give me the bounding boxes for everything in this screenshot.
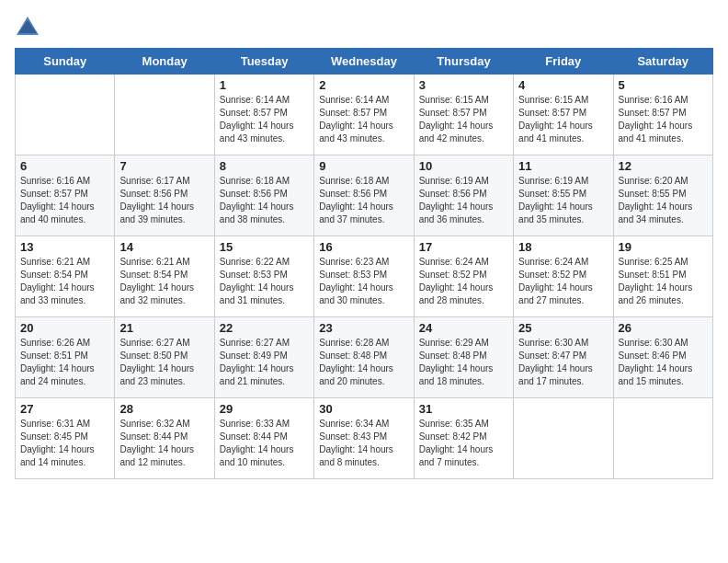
calendar-cell: 22Sunrise: 6:27 AM Sunset: 8:49 PM Dayli…: [214, 317, 313, 398]
cell-sun-info: Sunrise: 6:15 AM Sunset: 8:57 PM Dayligh…: [518, 94, 608, 145]
cell-sun-info: Sunrise: 6:20 AM Sunset: 8:55 PM Dayligh…: [619, 175, 708, 226]
cell-sun-info: Sunrise: 6:21 AM Sunset: 8:54 PM Dayligh…: [20, 256, 109, 307]
day-number: 10: [419, 159, 508, 173]
calendar-cell: 13Sunrise: 6:21 AM Sunset: 8:54 PM Dayli…: [16, 236, 115, 317]
calendar-cell: 10Sunrise: 6:19 AM Sunset: 8:56 PM Dayli…: [414, 155, 513, 236]
day-number: 31: [419, 402, 508, 416]
day-number: 5: [619, 78, 708, 92]
calendar-cell: 3Sunrise: 6:15 AM Sunset: 8:57 PM Daylig…: [414, 75, 513, 155]
calendar-cell: 9Sunrise: 6:18 AM Sunset: 8:56 PM Daylig…: [314, 155, 414, 236]
day-number: 27: [20, 402, 109, 416]
cell-sun-info: Sunrise: 6:16 AM Sunset: 8:57 PM Dayligh…: [20, 175, 109, 226]
calendar-week-row: 27Sunrise: 6:31 AM Sunset: 8:45 PM Dayli…: [16, 398, 713, 479]
day-number: 16: [319, 240, 408, 254]
cell-sun-info: Sunrise: 6:33 AM Sunset: 8:44 PM Dayligh…: [220, 418, 309, 469]
calendar-cell: 24Sunrise: 6:29 AM Sunset: 8:48 PM Dayli…: [414, 317, 513, 398]
day-number: 9: [319, 159, 408, 173]
calendar-cell: 12Sunrise: 6:20 AM Sunset: 8:55 PM Dayli…: [613, 155, 712, 236]
cell-sun-info: Sunrise: 6:27 AM Sunset: 8:49 PM Dayligh…: [220, 337, 309, 388]
calendar-cell: [16, 75, 115, 155]
day-number: 28: [119, 402, 209, 416]
cell-sun-info: Sunrise: 6:15 AM Sunset: 8:57 PM Dayligh…: [419, 94, 508, 145]
calendar-cell: 4Sunrise: 6:15 AM Sunset: 8:57 PM Daylig…: [514, 75, 613, 155]
weekday-header: Monday: [115, 49, 214, 75]
cell-sun-info: Sunrise: 6:14 AM Sunset: 8:57 PM Dayligh…: [220, 94, 309, 145]
day-number: 20: [20, 321, 109, 335]
calendar-cell: 5Sunrise: 6:16 AM Sunset: 8:57 PM Daylig…: [613, 75, 712, 155]
day-number: 8: [220, 159, 309, 173]
calendar-cell: 30Sunrise: 6:34 AM Sunset: 8:43 PM Dayli…: [314, 398, 414, 479]
cell-sun-info: Sunrise: 6:14 AM Sunset: 8:57 PM Dayligh…: [319, 94, 408, 145]
svg-marker-1: [18, 20, 37, 33]
cell-sun-info: Sunrise: 6:22 AM Sunset: 8:53 PM Dayligh…: [220, 256, 309, 307]
cell-sun-info: Sunrise: 6:29 AM Sunset: 8:48 PM Dayligh…: [419, 337, 508, 388]
cell-sun-info: Sunrise: 6:35 AM Sunset: 8:42 PM Dayligh…: [419, 418, 508, 469]
day-number: 21: [119, 321, 209, 335]
calendar-week-row: 13Sunrise: 6:21 AM Sunset: 8:54 PM Dayli…: [16, 236, 713, 317]
cell-sun-info: Sunrise: 6:23 AM Sunset: 8:53 PM Dayligh…: [319, 256, 408, 307]
weekday-header: Wednesday: [314, 49, 414, 75]
calendar-cell: 19Sunrise: 6:25 AM Sunset: 8:51 PM Dayli…: [613, 236, 712, 317]
calendar-cell: 21Sunrise: 6:27 AM Sunset: 8:50 PM Dayli…: [115, 317, 214, 398]
day-number: 18: [518, 240, 608, 254]
day-number: 1: [220, 78, 309, 92]
day-number: 14: [119, 240, 209, 254]
cell-sun-info: Sunrise: 6:17 AM Sunset: 8:56 PM Dayligh…: [119, 175, 209, 226]
calendar-cell: [115, 75, 214, 155]
day-number: 24: [419, 321, 508, 335]
cell-sun-info: Sunrise: 6:19 AM Sunset: 8:55 PM Dayligh…: [518, 175, 608, 226]
calendar-cell: 20Sunrise: 6:26 AM Sunset: 8:51 PM Dayli…: [16, 317, 115, 398]
calendar-cell: 17Sunrise: 6:24 AM Sunset: 8:52 PM Dayli…: [414, 236, 513, 317]
cell-sun-info: Sunrise: 6:32 AM Sunset: 8:44 PM Dayligh…: [119, 418, 209, 469]
cell-sun-info: Sunrise: 6:21 AM Sunset: 8:54 PM Dayligh…: [119, 256, 209, 307]
calendar-week-row: 6Sunrise: 6:16 AM Sunset: 8:57 PM Daylig…: [16, 155, 713, 236]
cell-sun-info: Sunrise: 6:24 AM Sunset: 8:52 PM Dayligh…: [419, 256, 508, 307]
calendar-cell: 18Sunrise: 6:24 AM Sunset: 8:52 PM Dayli…: [514, 236, 613, 317]
logo-icon: [15, 15, 40, 40]
calendar-cell: 31Sunrise: 6:35 AM Sunset: 8:42 PM Dayli…: [414, 398, 513, 479]
day-number: 23: [319, 321, 408, 335]
calendar-cell: 25Sunrise: 6:30 AM Sunset: 8:47 PM Dayli…: [514, 317, 613, 398]
calendar-cell: 11Sunrise: 6:19 AM Sunset: 8:55 PM Dayli…: [514, 155, 613, 236]
calendar-week-row: 20Sunrise: 6:26 AM Sunset: 8:51 PM Dayli…: [16, 317, 713, 398]
day-number: 13: [20, 240, 109, 254]
calendar-cell: 14Sunrise: 6:21 AM Sunset: 8:54 PM Dayli…: [115, 236, 214, 317]
day-number: 30: [319, 402, 408, 416]
weekday-header: Tuesday: [214, 49, 313, 75]
cell-sun-info: Sunrise: 6:31 AM Sunset: 8:45 PM Dayligh…: [20, 418, 109, 469]
cell-sun-info: Sunrise: 6:25 AM Sunset: 8:51 PM Dayligh…: [619, 256, 708, 307]
day-number: 11: [518, 159, 608, 173]
cell-sun-info: Sunrise: 6:18 AM Sunset: 8:56 PM Dayligh…: [220, 175, 309, 226]
logo: [15, 15, 44, 40]
cell-sun-info: Sunrise: 6:26 AM Sunset: 8:51 PM Dayligh…: [20, 337, 109, 388]
calendar-cell: 27Sunrise: 6:31 AM Sunset: 8:45 PM Dayli…: [16, 398, 115, 479]
calendar-cell: 1Sunrise: 6:14 AM Sunset: 8:57 PM Daylig…: [214, 75, 313, 155]
day-number: 6: [20, 159, 109, 173]
day-number: 2: [319, 78, 408, 92]
cell-sun-info: Sunrise: 6:28 AM Sunset: 8:48 PM Dayligh…: [319, 337, 408, 388]
calendar-cell: [514, 398, 613, 479]
weekday-header: Sunday: [16, 49, 115, 75]
day-number: 25: [518, 321, 608, 335]
cell-sun-info: Sunrise: 6:34 AM Sunset: 8:43 PM Dayligh…: [319, 418, 408, 469]
cell-sun-info: Sunrise: 6:24 AM Sunset: 8:52 PM Dayligh…: [518, 256, 608, 307]
day-number: 15: [220, 240, 309, 254]
calendar-cell: 26Sunrise: 6:30 AM Sunset: 8:46 PM Dayli…: [613, 317, 712, 398]
cell-sun-info: Sunrise: 6:30 AM Sunset: 8:46 PM Dayligh…: [619, 337, 708, 388]
calendar-cell: 16Sunrise: 6:23 AM Sunset: 8:53 PM Dayli…: [314, 236, 414, 317]
cell-sun-info: Sunrise: 6:19 AM Sunset: 8:56 PM Dayligh…: [419, 175, 508, 226]
calendar-table: SundayMondayTuesdayWednesdayThursdayFrid…: [15, 48, 713, 479]
weekday-header: Saturday: [613, 49, 712, 75]
day-number: 4: [518, 78, 608, 92]
calendar-cell: 7Sunrise: 6:17 AM Sunset: 8:56 PM Daylig…: [115, 155, 214, 236]
header-row: SundayMondayTuesdayWednesdayThursdayFrid…: [16, 49, 713, 75]
calendar-cell: 2Sunrise: 6:14 AM Sunset: 8:57 PM Daylig…: [314, 75, 414, 155]
day-number: 22: [220, 321, 309, 335]
calendar-week-row: 1Sunrise: 6:14 AM Sunset: 8:57 PM Daylig…: [16, 75, 713, 155]
calendar-cell: 23Sunrise: 6:28 AM Sunset: 8:48 PM Dayli…: [314, 317, 414, 398]
day-number: 19: [619, 240, 708, 254]
cell-sun-info: Sunrise: 6:16 AM Sunset: 8:57 PM Dayligh…: [619, 94, 708, 145]
calendar-header: SundayMondayTuesdayWednesdayThursdayFrid…: [16, 49, 713, 75]
calendar-cell: [613, 398, 712, 479]
day-number: 7: [119, 159, 209, 173]
